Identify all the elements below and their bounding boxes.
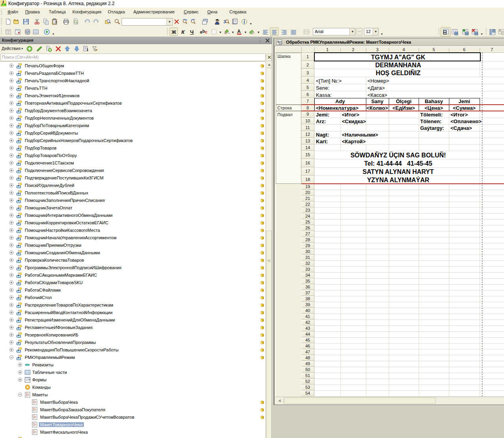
svg-text:A: A	[237, 29, 241, 34]
svg-text:xls: xls	[475, 32, 478, 35]
svg-text:xls: xls	[465, 32, 468, 35]
svg-text:A: A	[277, 40, 279, 44]
svg-text:xls: xls	[455, 32, 458, 35]
